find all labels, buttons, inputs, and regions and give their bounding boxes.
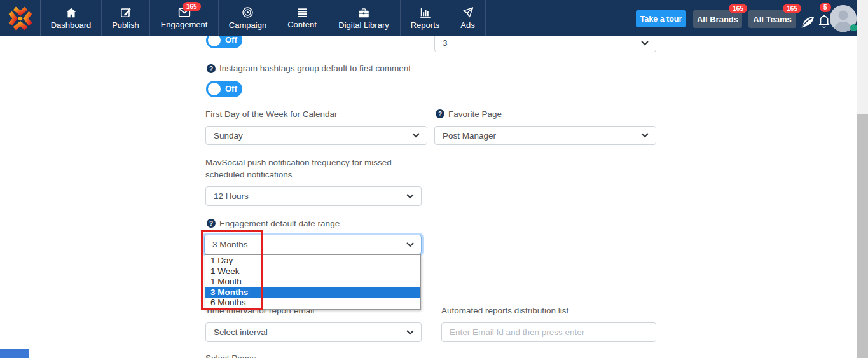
help-icon[interactable]: ? (436, 109, 444, 118)
push-frequency-label-line2: scheduled notifications (205, 170, 293, 179)
chevron-down-icon (641, 133, 649, 138)
nav-label-engagement: Engagement (161, 20, 208, 29)
chevron-down-icon (641, 41, 649, 46)
help-icon[interactable]: ? (207, 219, 216, 228)
all-teams-label: All Teams (753, 15, 791, 24)
paper-plane-icon (462, 6, 474, 18)
push-frequency-select[interactable]: 12 Hours (205, 186, 422, 206)
list-icon (296, 7, 308, 18)
chevron-down-icon (412, 133, 420, 138)
nav-item-content[interactable]: Content (277, 0, 327, 36)
favorite-page-value: Post Manager (435, 131, 641, 141)
push-frequency-value: 12 Hours (206, 191, 406, 201)
posts-count-select[interactable]: 3 (434, 34, 656, 52)
edit-icon (120, 6, 132, 18)
chat-widget-button[interactable] (0, 349, 29, 358)
nav-label-reports: Reports (411, 20, 440, 30)
engagement-range-label: Engagement default date range (219, 219, 340, 228)
target-icon (242, 6, 254, 18)
hashtag-setting-label: Instagram hashtags group default to firs… (219, 64, 411, 73)
all-brands-badge: 165 (729, 4, 747, 13)
nav-item-reports[interactable]: Reports (401, 0, 450, 36)
nav-item-engagement[interactable]: Engagement 165 (150, 0, 219, 36)
time-interval-select[interactable]: Select interval (205, 322, 422, 342)
mavsocial-logo-icon (8, 6, 33, 31)
nav-label-publish: Publish (112, 20, 139, 30)
settings-page: Dashboard Publish Engagement 165 Campaig… (0, 0, 868, 358)
all-teams-badge: 165 (783, 4, 801, 13)
all-teams-button[interactable]: All Teams 165 (748, 10, 796, 28)
top-nav: Dashboard Publish Engagement 165 Campaig… (0, 0, 857, 36)
chevron-down-icon (406, 330, 414, 335)
all-brands-label: All Brands (697, 15, 738, 24)
scrollbar-thumb[interactable] (857, 114, 868, 358)
favorite-page-label: Favorite Page (448, 109, 502, 119)
favorite-page-select[interactable]: Post Manager (434, 126, 656, 145)
nav-item-publish[interactable]: Publish (102, 0, 150, 36)
notifications-badge: 5 (820, 3, 831, 12)
red-annotation-box (201, 230, 263, 310)
first-day-value: Sunday (206, 131, 412, 141)
help-icon[interactable]: ? (207, 64, 216, 73)
first-day-select[interactable]: Sunday (205, 126, 427, 145)
engagement-count-badge: 165 (183, 2, 201, 11)
all-brands-button[interactable]: All Brands 165 (693, 10, 742, 28)
nav-label-content: Content (287, 20, 317, 29)
mavsocial-logo[interactable] (0, 0, 41, 36)
select-pages-label: Select Pages (205, 354, 256, 358)
home-icon (65, 7, 78, 18)
time-interval-value: Select interval (206, 327, 406, 337)
nav-label-campaign: Campaign (229, 20, 266, 30)
nav-label-digital-library: Digital Library (338, 20, 389, 30)
chevron-down-icon (406, 194, 414, 199)
nav-label-dashboard: Dashboard (51, 20, 92, 30)
toggle-state-label: Off (225, 81, 237, 97)
nav-item-digital-library[interactable]: Digital Library (327, 0, 401, 36)
nav-item-campaign[interactable]: Campaign (219, 0, 277, 36)
push-frequency-label-line1: MavSocial push notification frequency fo… (205, 158, 392, 167)
section-divider (422, 293, 656, 293)
toggle-knob (208, 83, 221, 95)
nav-item-dashboard[interactable]: Dashboard (41, 0, 102, 36)
posts-count-value: 3 (435, 38, 641, 48)
reports-distribution-label: Automated reports distribution list (441, 306, 568, 315)
nav-item-ads[interactable]: Ads (450, 0, 486, 36)
nav-label-ads: Ads (460, 20, 474, 30)
chevron-down-icon (406, 242, 414, 247)
take-a-tour-button[interactable]: Take a tour (636, 10, 686, 27)
bar-chart-icon (419, 7, 432, 18)
email-distribution-input[interactable] (441, 322, 656, 342)
online-status-dot (850, 24, 857, 31)
briefcase-icon (357, 7, 370, 18)
scrollbar-track[interactable] (857, 0, 868, 358)
hashtag-toggle[interactable]: Off (206, 81, 242, 97)
feather-icon[interactable] (798, 15, 816, 30)
user-avatar[interactable] (830, 5, 857, 32)
first-day-label: First Day of the Week for Calendar (205, 109, 338, 119)
